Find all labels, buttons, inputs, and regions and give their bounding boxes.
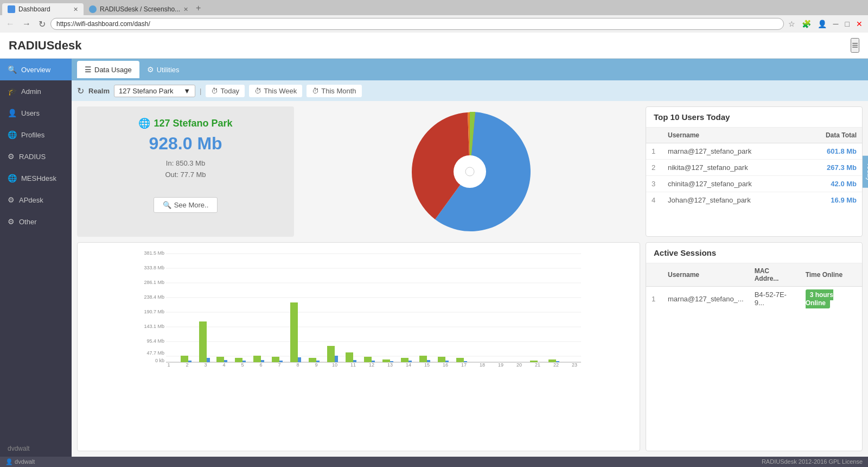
bar-3-green <box>199 321 207 362</box>
tab-label-2: RADIUSdesk / Screensho... <box>100 5 180 13</box>
x-label-7: 7 <box>278 362 280 368</box>
as-rank-1: 1 <box>646 287 662 311</box>
top-user-row-1: 1 marna@127_stefano_park 601.8 Mb <box>646 143 862 160</box>
search-icon: 🔍 <box>163 201 171 209</box>
col-as-mac: MAC Addre... <box>749 263 800 287</box>
x-label-18: 18 <box>480 362 485 368</box>
bar-16-green <box>438 357 445 362</box>
tab-label-1: Dashboard <box>18 5 50 13</box>
tab-close-2[interactable]: ✕ <box>183 6 188 13</box>
bar-15-green <box>419 356 427 362</box>
stats-detail: In: 850.3 Mb Out: 77.7 Mb <box>165 158 206 181</box>
online-badge-1: 3 hours Online <box>806 289 833 308</box>
tab-icon-1 <box>8 5 15 13</box>
bar-2-green <box>181 356 188 362</box>
bar-chart-svg: 381.5 Mb 333.8 Mb 286.1 Mb 238.4 Mb 190.… <box>83 248 634 368</box>
y-label-3: 238.4 Mb <box>144 294 164 300</box>
reload-btn[interactable]: ↻ <box>36 18 48 30</box>
dashboard-content: 🌐 127 Stefano Park 928.0 Mb In: 850.3 Mb… <box>72 101 868 457</box>
see-more-button[interactable]: 🔍 See More.. <box>154 197 218 213</box>
this-week-filter-icon: ⏱ <box>254 87 261 95</box>
username-2: nikita@127_stefano_park <box>662 160 801 176</box>
this-week-filter-btn[interactable]: ⏱ This Week <box>249 85 302 97</box>
this-month-filter-btn[interactable]: ⏱ This Month <box>307 85 361 97</box>
minimize-btn[interactable]: ─ <box>831 18 841 29</box>
bar-3-blue <box>207 358 210 362</box>
realm-select[interactable]: 127 Stefano Park ▼ <box>114 85 195 97</box>
maximize-btn[interactable]: □ <box>843 18 852 29</box>
this-month-filter-icon: ⏱ <box>312 87 319 95</box>
as-time-1: 3 hours Online <box>800 287 862 311</box>
bar-11-green <box>346 352 353 362</box>
stats-in: In: 850.3 Mb <box>165 158 206 169</box>
see-more-label: See More.. <box>174 201 209 209</box>
bar-6-green <box>253 356 261 362</box>
browser-tab-1[interactable]: Dashboard ✕ <box>2 3 84 15</box>
status-username: dvdwalt <box>15 458 35 465</box>
radius-icon: ⚙ <box>8 152 15 161</box>
sidebar-item-users[interactable]: 👤 Users <box>0 102 72 124</box>
tab-utilities[interactable]: ⚙ Utilities <box>139 61 187 78</box>
realm-label: Realm <box>88 87 110 95</box>
sidebar-item-radius[interactable]: ⚙ RADIUS <box>0 146 72 167</box>
tab-utilities-label: Utilities <box>157 66 180 74</box>
close-btn[interactable]: ✕ <box>854 18 865 29</box>
back-btn[interactable]: ← <box>3 18 17 30</box>
refresh-button[interactable]: ↻ <box>77 86 84 96</box>
y-label-6: 95.4 Mb <box>146 338 164 344</box>
y-label-8: 0 kb <box>155 358 164 363</box>
bar-9-green <box>309 358 316 362</box>
sidebar-item-other[interactable]: ⚙ Other <box>0 211 72 232</box>
realm-dropdown-icon: ▼ <box>183 87 190 95</box>
x-label-5: 5 <box>241 362 244 368</box>
sidebar-label-radius: RADIUS <box>19 153 46 161</box>
browser-tab-2[interactable]: RADIUSdesk / Screensho... ✕ <box>84 3 194 15</box>
username-1: marna@127_stefano_park <box>662 143 801 160</box>
x-label-15: 15 <box>424 362 430 368</box>
browser-toolbar: ← → ↻ ☆ 🧩 👤 ─ □ ✕ <box>0 15 868 33</box>
url-bar[interactable] <box>50 18 784 30</box>
x-label-1: 1 <box>167 362 170 368</box>
sidebar-item-meshdesk[interactable]: 🌐 MESHdesk <box>0 167 72 189</box>
bar-12-green <box>364 357 372 362</box>
rank-1: 1 <box>646 143 662 160</box>
today-side-tab[interactable]: Today <box>863 156 868 188</box>
top-nav: ☰ Data Usage ⚙ Utilities <box>72 59 868 80</box>
sidebar-label-meshdesk: MESHdesk <box>21 174 56 182</box>
content-area: ☰ Data Usage ⚙ Utilities ↻ Realm 127 Ste… <box>72 59 868 457</box>
col-data-total: Data Total <box>801 128 862 143</box>
pie-chart-area <box>299 106 640 237</box>
user-btn[interactable]: 👤 <box>815 18 829 29</box>
tab-data-usage[interactable]: ☰ Data Usage <box>77 61 139 78</box>
header-menu-btn[interactable]: ≡ <box>851 38 859 53</box>
bar-8-green <box>290 302 298 362</box>
x-label-9: 9 <box>315 362 317 368</box>
sidebar-item-apdesk[interactable]: ⚙ APdesk <box>0 189 72 211</box>
realm-select-value: 127 Stefano Park <box>119 87 173 95</box>
main-layout: 🔍 Overview 🎓 Admin 👤 Users 🌐 Profiles ⚙ … <box>0 59 868 457</box>
sidebar-item-admin[interactable]: 🎓 Admin <box>0 80 72 102</box>
bar-10-green <box>327 346 335 362</box>
today-filter-btn[interactable]: ⏱ Today <box>206 85 245 97</box>
x-label-3: 3 <box>204 362 207 368</box>
new-tab-btn[interactable]: + <box>194 1 203 15</box>
bookmark-btn[interactable]: ☆ <box>786 18 797 29</box>
x-label-12: 12 <box>369 362 374 368</box>
meshdesk-icon: 🌐 <box>8 174 17 182</box>
stats-realm-name: 🌐 127 Stefano Park <box>138 117 232 129</box>
forward-btn[interactable]: → <box>20 18 34 30</box>
sidebar-item-overview[interactable]: 🔍 Overview <box>0 59 72 80</box>
x-label-17: 17 <box>461 362 467 368</box>
stats-card: 🌐 127 Stefano Park 928.0 Mb In: 850.3 Mb… <box>77 106 294 237</box>
x-label-10: 10 <box>332 362 337 368</box>
extensions-btn[interactable]: 🧩 <box>800 18 813 29</box>
x-label-21: 21 <box>535 362 540 368</box>
other-icon: ⚙ <box>8 217 15 226</box>
y-label-4: 190.7 Mb <box>144 309 164 314</box>
status-user: 👤 dvdwalt <box>5 458 35 465</box>
bar-14-green <box>401 358 409 362</box>
tab-close-1[interactable]: ✕ <box>73 6 78 13</box>
profiles-icon: 🌐 <box>8 130 17 139</box>
sidebar-item-profiles[interactable]: 🌐 Profiles <box>0 124 72 146</box>
top-user-row-3: 3 chinita@127_stefano_park 42.0 Mb <box>646 176 862 192</box>
